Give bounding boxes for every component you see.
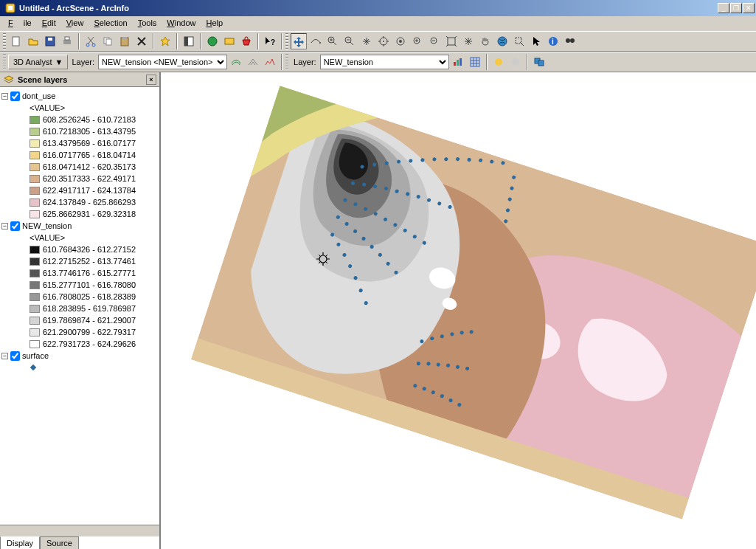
legend-class: 613.7746176 - 615.27771 (1, 267, 158, 279)
collapse-icon[interactable]: − (1, 93, 8, 100)
menu-view[interactable]: View (61, 16, 89, 31)
geoprocessing-button[interactable] (204, 33, 221, 49)
legend-swatch (30, 116, 40, 124)
surface-symbol (1, 362, 158, 373)
legend-swatch (30, 198, 40, 207)
value-header: <VALUE> (1, 102, 158, 114)
layer-new-tension[interactable]: − NEW_tension (1, 220, 158, 232)
svg-rect-15 (184, 37, 188, 46)
layer-visibility-checkbox[interactable] (10, 351, 20, 361)
legend-label: 616.7808025 - 618.28389 (43, 292, 136, 301)
legend-label: 616.0717765 - 618.04714 (43, 151, 136, 159)
menu-selection[interactable]: Selection (89, 16, 132, 31)
toc-close-button[interactable]: × (146, 75, 156, 85)
legend-class: 622.4917117 - 624.13784 (1, 184, 158, 196)
identify-button[interactable]: i (545, 33, 561, 49)
legend-label: 618.0471412 - 620.35173 (43, 162, 136, 171)
3d-analyst-label: 3D Analyst (13, 58, 52, 66)
legend-label: 621.2900799 - 622.79317 (43, 328, 136, 336)
target-button[interactable] (375, 33, 392, 49)
collapse-icon[interactable]: − (1, 353, 8, 359)
cut-button[interactable] (83, 33, 99, 49)
scene-view[interactable] (161, 72, 756, 549)
legend-class: 616.7808025 - 618.28389 (1, 291, 158, 303)
paste-button[interactable] (117, 33, 133, 49)
svg-rect-35 (454, 62, 456, 66)
histogram-button[interactable] (450, 54, 466, 70)
new-button[interactable] (8, 33, 24, 49)
legend-class: 608.2526245 - 610.72183 (1, 114, 158, 125)
legend-label: 613.4379569 - 616.07177 (43, 139, 136, 148)
menu-window[interactable]: Window (162, 16, 201, 31)
legend-class: 619.7869874 - 621.29007 (1, 314, 158, 326)
menu-edit[interactable]: Edit (37, 16, 61, 31)
restore-button[interactable]: ❐ (730, 3, 742, 13)
observer-button[interactable] (392, 33, 409, 49)
save-button[interactable] (42, 33, 58, 49)
toc-tree[interactable]: − dont_use <VALUE> 608.2526245 - 610.721… (0, 87, 159, 525)
legend-label: 622.4917117 - 624.13784 (43, 186, 136, 195)
svg-point-23 (383, 41, 384, 42)
svg-text:i: i (552, 38, 554, 46)
pointer-button[interactable] (528, 33, 544, 49)
select-features-button[interactable] (511, 33, 527, 49)
layer-visibility-checkbox[interactable] (10, 221, 20, 231)
hand-pan-button[interactable] (477, 33, 493, 49)
legend-class: 618.0471412 - 620.35173 (1, 161, 158, 173)
toolbar-grip[interactable] (285, 33, 288, 49)
svg-point-39 (495, 58, 502, 66)
menu-tools[interactable]: Tools (133, 16, 162, 31)
pan-button[interactable] (358, 33, 375, 49)
open-button[interactable] (25, 33, 41, 49)
slope-button[interactable] (245, 54, 261, 70)
window-button[interactable] (531, 54, 547, 70)
zoomout-button[interactable] (341, 33, 358, 49)
legend-label: 624.137849 - 625.866293 (43, 198, 136, 207)
legend-label: 615.2777101 - 616.78080 (43, 280, 136, 289)
close-button[interactable]: ✕ (743, 3, 755, 13)
tab-source[interactable]: Source (40, 536, 79, 549)
fly-button[interactable] (308, 33, 324, 49)
minimize-button[interactable]: _ (718, 3, 729, 13)
zoomin-button[interactable] (325, 33, 341, 49)
effects2-button[interactable] (507, 54, 524, 70)
contour-button[interactable] (228, 54, 244, 70)
profile-button[interactable] (262, 54, 278, 70)
layer-surface[interactable]: − surface (1, 350, 158, 362)
globe-full-button[interactable] (494, 33, 510, 49)
copy-button[interactable] (100, 33, 116, 49)
layer-visibility-checkbox[interactable] (10, 92, 20, 101)
menu-help[interactable]: Help (201, 16, 228, 31)
menu-file[interactable]: File (3, 16, 37, 31)
layer-dropdown[interactable]: NEW_tension <NEW_tension> (98, 55, 227, 69)
catalog-button[interactable] (221, 33, 237, 49)
delete-button[interactable] (133, 33, 150, 49)
toolbar-grip[interactable] (3, 54, 6, 70)
svg-rect-6 (65, 37, 69, 40)
whatsthis-button[interactable]: ? (262, 33, 278, 49)
legend-label: 613.7746176 - 615.27771 (43, 269, 136, 277)
toolbar-grip[interactable] (3, 33, 6, 49)
toolbar-grip[interactable] (285, 54, 288, 70)
add-data-button[interactable] (157, 33, 173, 49)
tab-display[interactable]: Display (0, 536, 40, 549)
print-button[interactable] (59, 33, 75, 49)
layer-label: dont_use (22, 92, 55, 100)
legend-label: 620.3517333 - 622.49171 (43, 174, 136, 183)
rendered-surface (161, 72, 756, 549)
zoomout-fixed-button[interactable] (426, 33, 443, 49)
3d-analyst-menu[interactable]: 3D Analyst ▼ (8, 55, 68, 69)
layer2-dropdown[interactable]: NEW_tension (320, 55, 449, 69)
classify-button[interactable] (467, 54, 483, 70)
navigate-button[interactable] (291, 33, 307, 49)
collapse-icon[interactable]: − (1, 223, 8, 229)
effects-button[interactable] (490, 54, 507, 70)
full-extent-button[interactable] (443, 33, 460, 49)
expand-button[interactable] (460, 33, 476, 49)
zoomin-fixed-button[interactable] (409, 33, 426, 49)
toc-toggle-button[interactable] (181, 33, 197, 49)
layer-dont-use[interactable]: − dont_use (1, 90, 158, 102)
legend-class: 618.283895 - 619.786987 (1, 303, 158, 314)
find-button[interactable] (562, 33, 578, 49)
toolbox-button[interactable] (238, 33, 254, 49)
